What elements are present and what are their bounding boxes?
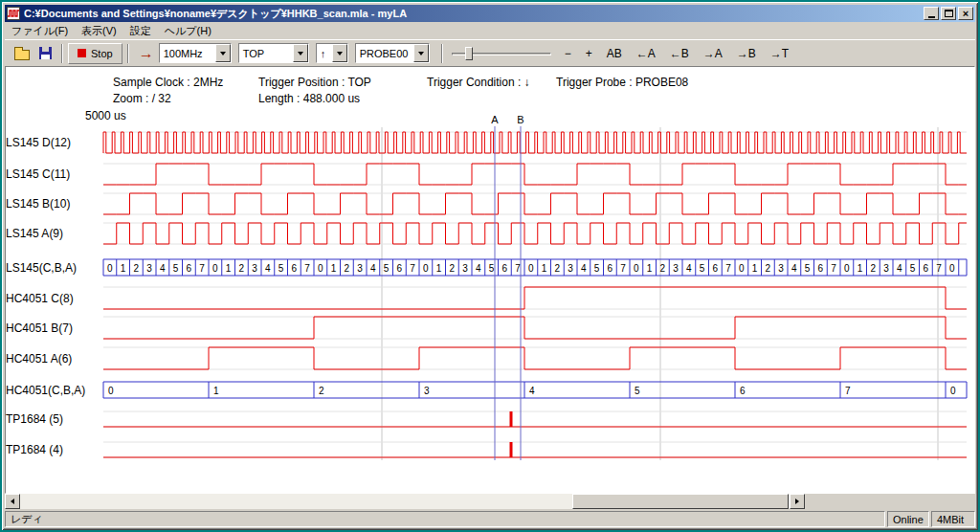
sample-rate-select[interactable]: 100MHz — [159, 43, 232, 63]
zoom-slider[interactable] — [452, 43, 551, 64]
save-button[interactable] — [33, 43, 56, 64]
sample-clock-text: Sample Clock : 2MHz — [113, 76, 223, 89]
open-folder-icon — [14, 50, 30, 60]
toolbar-separator — [441, 44, 443, 63]
menu-settings[interactable]: 設定 — [123, 23, 158, 38]
stop-button[interactable]: Stop — [68, 43, 122, 64]
close-button[interactable]: × — [958, 7, 973, 20]
goto-trigger-button[interactable]: →T — [765, 43, 794, 64]
chevron-down-icon[interactable] — [293, 44, 308, 62]
maximize-button[interactable] — [941, 7, 956, 20]
sample-rate-value: 100MHz — [164, 48, 203, 59]
waveform-client: Sample Clock : 2MHz Trigger Position : T… — [5, 66, 975, 494]
zoom-text: Zoom : / 32 — [113, 92, 171, 105]
trigger-condition-text: Trigger Condition : ↓ — [427, 76, 530, 89]
scroll-right-button[interactable] — [790, 494, 805, 509]
window-title: C:¥Documents and Settings¥noname¥デスクトップ¥… — [24, 7, 922, 21]
status-online: Online — [887, 511, 929, 527]
goto-cursor-b-button[interactable]: ←B — [664, 43, 695, 64]
status-memory: 4MBit — [931, 511, 975, 527]
menu-help[interactable]: ヘルプ(H) — [158, 23, 218, 38]
trigger-probe-select[interactable]: PROBE00 — [355, 43, 430, 63]
trigger-position-value: TOP — [243, 48, 264, 59]
zoom-out-button[interactable]: − — [559, 43, 577, 64]
minimize-button[interactable] — [924, 7, 939, 20]
toolbar: Stop → 100MHz TOP ↑ PROBE00 − + AB ←A ←B — [5, 39, 975, 66]
chevron-down-icon[interactable] — [332, 44, 347, 62]
close-icon: × — [963, 9, 969, 19]
status-bar: レディ Online 4MBit — [5, 511, 975, 527]
zoom-in-button[interactable]: + — [580, 43, 598, 64]
toolbar-separator — [61, 44, 63, 63]
open-button[interactable] — [11, 43, 33, 64]
chevron-down-icon[interactable] — [413, 44, 429, 62]
scroll-right-icon — [795, 499, 799, 504]
maximize-icon — [945, 10, 953, 17]
zoom-slider-thumb[interactable] — [465, 47, 473, 60]
scrollbar-thumb[interactable] — [572, 494, 789, 509]
menu-bar: ファイル(F) 表示(V) 設定 ヘルプ(H) — [5, 22, 975, 39]
chevron-down-icon[interactable] — [215, 44, 231, 62]
menu-view[interactable]: 表示(V) — [75, 23, 123, 38]
stop-label: Stop — [91, 48, 113, 59]
trigger-position-text: Trigger Position : TOP — [258, 76, 371, 89]
toolbar-separator — [127, 44, 129, 63]
scroll-left-icon — [11, 499, 14, 504]
menu-file[interactable]: ファイル(F) — [5, 23, 75, 38]
trigger-probe-value: PROBE00 — [360, 48, 409, 59]
horizontal-scrollbar[interactable] — [5, 494, 805, 509]
cursor-ab-button[interactable]: AB — [601, 43, 628, 64]
save-floppy-icon — [39, 47, 52, 59]
goto-cursor-a-button[interactable]: ←A — [631, 43, 661, 64]
app-icon — [7, 7, 20, 20]
app-window: C:¥Documents and Settings¥noname¥デスクトップ¥… — [2, 2, 978, 530]
timescale-label: 5000 us — [85, 109, 126, 122]
set-cursor-b-button[interactable]: →B — [731, 43, 762, 64]
trigger-edge-select[interactable]: ↑ — [316, 43, 348, 63]
scroll-left-button[interactable] — [5, 494, 20, 509]
minimize-icon — [928, 16, 935, 18]
trigger-edge-value: ↑ — [321, 48, 326, 59]
status-ready: レディ — [5, 511, 885, 527]
stop-icon — [78, 49, 86, 57]
trigger-position-select[interactable]: TOP — [238, 43, 309, 63]
run-button[interactable]: → — [134, 43, 159, 64]
length-text: Length : 488.000 us — [258, 92, 360, 105]
set-cursor-a-button[interactable]: →A — [698, 43, 728, 64]
trigger-probe-text: Trigger Probe : PROBE08 — [556, 76, 688, 89]
title-bar[interactable]: C:¥Documents and Settings¥noname¥デスクトップ¥… — [5, 5, 975, 22]
